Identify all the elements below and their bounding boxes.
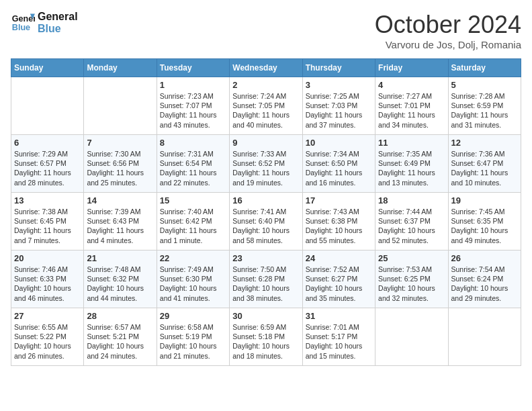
day-number: 12 [451, 138, 518, 148]
calendar-header: SundayMondayTuesdayWednesdayThursdayFrid… [11, 59, 521, 77]
calendar-cell: 11Sunrise: 7:35 AMSunset: 6:49 PMDayligh… [375, 135, 448, 193]
page-header: General Blue General Blue October 2024 V… [11, 11, 521, 50]
day-number: 13 [14, 195, 81, 205]
location: Varvoru de Jos, Dolj, Romania [375, 39, 521, 50]
logo-icon: General Blue [11, 11, 35, 35]
day-number: 21 [87, 253, 153, 263]
day-number: 4 [378, 80, 445, 90]
day-number: 22 [160, 253, 226, 263]
calendar-cell: 14Sunrise: 7:39 AMSunset: 6:43 PMDayligh… [84, 193, 157, 250]
day-info: Sunrise: 7:01 AMSunset: 5:17 PMDaylight:… [306, 322, 372, 361]
calendar-cell: 16Sunrise: 7:41 AMSunset: 6:40 PMDayligh… [230, 193, 302, 250]
calendar-cell: 27Sunrise: 6:55 AMSunset: 5:22 PMDayligh… [11, 308, 84, 366]
day-number: 14 [87, 195, 153, 205]
day-info: Sunrise: 7:52 AMSunset: 6:27 PMDaylight:… [306, 265, 372, 303]
svg-text:Blue: Blue [12, 23, 30, 32]
day-info: Sunrise: 7:34 AMSunset: 6:50 PMDaylight:… [306, 149, 372, 187]
day-info: Sunrise: 7:43 AMSunset: 6:38 PMDaylight:… [306, 207, 372, 245]
day-info: Sunrise: 7:45 AMSunset: 6:35 PMDaylight:… [451, 207, 518, 245]
day-number: 19 [451, 195, 518, 205]
logo-blue: Blue [38, 23, 78, 35]
calendar-cell: 4Sunrise: 7:27 AMSunset: 7:01 PMDaylight… [375, 77, 448, 135]
week-row-4: 20Sunrise: 7:46 AMSunset: 6:33 PMDayligh… [11, 250, 521, 308]
day-number: 17 [306, 195, 372, 205]
day-number: 28 [87, 311, 153, 321]
calendar-cell: 22Sunrise: 7:49 AMSunset: 6:30 PMDayligh… [157, 250, 229, 308]
calendar-cell: 2Sunrise: 7:24 AMSunset: 7:05 PMDaylight… [230, 77, 302, 135]
day-info: Sunrise: 7:35 AMSunset: 6:49 PMDaylight:… [378, 149, 445, 187]
week-row-2: 6Sunrise: 7:29 AMSunset: 6:57 PMDaylight… [11, 135, 521, 193]
day-number: 7 [87, 138, 153, 148]
day-info: Sunrise: 6:57 AMSunset: 5:21 PMDaylight:… [87, 322, 153, 361]
day-info: Sunrise: 7:29 AMSunset: 6:57 PMDaylight:… [14, 149, 81, 187]
day-info: Sunrise: 7:36 AMSunset: 6:47 PMDaylight:… [451, 149, 518, 187]
day-number: 18 [378, 195, 445, 205]
day-info: Sunrise: 7:33 AMSunset: 6:52 PMDaylight:… [232, 149, 299, 187]
calendar-cell: 1Sunrise: 7:23 AMSunset: 7:07 PMDaylight… [157, 77, 229, 135]
day-info: Sunrise: 7:53 AMSunset: 6:25 PMDaylight:… [378, 265, 445, 303]
header-friday: Friday [375, 59, 448, 77]
header-wednesday: Wednesday [230, 59, 302, 77]
day-info: Sunrise: 7:24 AMSunset: 7:05 PMDaylight:… [232, 91, 299, 130]
header-saturday: Saturday [448, 59, 521, 77]
logo: General Blue General Blue [11, 11, 78, 35]
calendar-cell: 19Sunrise: 7:45 AMSunset: 6:35 PMDayligh… [448, 193, 521, 250]
day-info: Sunrise: 6:55 AMSunset: 5:22 PMDaylight:… [14, 322, 81, 361]
month-title: October 2024 [375, 11, 521, 39]
day-number: 30 [232, 311, 299, 321]
calendar-cell [11, 77, 84, 135]
calendar-cell: 28Sunrise: 6:57 AMSunset: 5:21 PMDayligh… [84, 308, 157, 366]
day-info: Sunrise: 6:58 AMSunset: 5:19 PMDaylight:… [160, 322, 226, 361]
day-number: 3 [306, 80, 372, 90]
day-info: Sunrise: 7:23 AMSunset: 7:07 PMDaylight:… [160, 91, 226, 130]
calendar-cell: 25Sunrise: 7:53 AMSunset: 6:25 PMDayligh… [375, 250, 448, 308]
day-number: 16 [232, 195, 299, 205]
day-number: 24 [306, 253, 372, 263]
day-info: Sunrise: 7:28 AMSunset: 6:59 PMDaylight:… [451, 91, 518, 130]
day-number: 27 [14, 311, 81, 321]
header-thursday: Thursday [302, 59, 375, 77]
day-info: Sunrise: 7:39 AMSunset: 6:43 PMDaylight:… [87, 207, 153, 245]
day-number: 6 [14, 138, 81, 148]
calendar-cell: 10Sunrise: 7:34 AMSunset: 6:50 PMDayligh… [302, 135, 375, 193]
day-info: Sunrise: 7:25 AMSunset: 7:03 PMDaylight:… [306, 91, 372, 130]
logo-general: General [38, 11, 78, 23]
calendar-cell [375, 308, 448, 366]
calendar-cell: 15Sunrise: 7:40 AMSunset: 6:42 PMDayligh… [157, 193, 229, 250]
day-number: 10 [306, 138, 372, 148]
day-number: 29 [160, 311, 226, 321]
calendar-cell [84, 77, 157, 135]
day-number: 20 [14, 253, 81, 263]
day-info: Sunrise: 7:48 AMSunset: 6:32 PMDaylight:… [87, 265, 153, 303]
day-info: Sunrise: 7:31 AMSunset: 6:54 PMDaylight:… [160, 149, 226, 187]
calendar-cell: 21Sunrise: 7:48 AMSunset: 6:32 PMDayligh… [84, 250, 157, 308]
calendar-cell: 31Sunrise: 7:01 AMSunset: 5:17 PMDayligh… [302, 308, 375, 366]
title-block: October 2024 Varvoru de Jos, Dolj, Roman… [375, 11, 521, 50]
day-number: 5 [451, 80, 518, 90]
calendar-cell: 23Sunrise: 7:50 AMSunset: 6:28 PMDayligh… [230, 250, 302, 308]
calendar-cell: 6Sunrise: 7:29 AMSunset: 6:57 PMDaylight… [11, 135, 84, 193]
calendar-cell: 20Sunrise: 7:46 AMSunset: 6:33 PMDayligh… [11, 250, 84, 308]
day-info: Sunrise: 7:54 AMSunset: 6:24 PMDaylight:… [451, 265, 518, 303]
day-number: 1 [160, 80, 226, 90]
day-info: Sunrise: 7:49 AMSunset: 6:30 PMDaylight:… [160, 265, 226, 303]
day-info: Sunrise: 7:30 AMSunset: 6:56 PMDaylight:… [87, 149, 153, 187]
day-number: 15 [160, 195, 226, 205]
day-info: Sunrise: 7:38 AMSunset: 6:45 PMDaylight:… [14, 207, 81, 245]
header-sunday: Sunday [11, 59, 84, 77]
calendar-cell: 7Sunrise: 7:30 AMSunset: 6:56 PMDaylight… [84, 135, 157, 193]
calendar-cell: 17Sunrise: 7:43 AMSunset: 6:38 PMDayligh… [302, 193, 375, 250]
calendar-cell: 12Sunrise: 7:36 AMSunset: 6:47 PMDayligh… [448, 135, 521, 193]
calendar-cell [448, 308, 521, 366]
day-number: 9 [232, 138, 299, 148]
day-number: 31 [306, 311, 372, 321]
day-number: 23 [232, 253, 299, 263]
calendar-cell: 26Sunrise: 7:54 AMSunset: 6:24 PMDayligh… [448, 250, 521, 308]
day-number: 25 [378, 253, 445, 263]
day-info: Sunrise: 7:44 AMSunset: 6:37 PMDaylight:… [378, 207, 445, 245]
week-row-5: 27Sunrise: 6:55 AMSunset: 5:22 PMDayligh… [11, 308, 521, 366]
calendar-cell: 5Sunrise: 7:28 AMSunset: 6:59 PMDaylight… [448, 77, 521, 135]
calendar-cell: 8Sunrise: 7:31 AMSunset: 6:54 PMDaylight… [157, 135, 229, 193]
day-info: Sunrise: 7:41 AMSunset: 6:40 PMDaylight:… [232, 207, 299, 245]
header-monday: Monday [84, 59, 157, 77]
